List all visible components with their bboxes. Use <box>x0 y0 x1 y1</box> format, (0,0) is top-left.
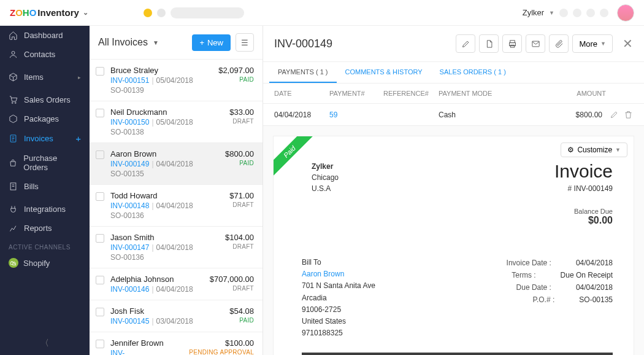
close-button[interactable]: ✕ <box>623 36 633 51</box>
topbar-dots <box>144 7 244 18</box>
invoice-date: 04/04/2018 <box>156 243 193 252</box>
customer-name: Bruce Straley <box>110 66 212 75</box>
invoice-link[interactable]: INV-000145 <box>110 317 149 326</box>
invoice-status: DRAFT <box>229 201 254 208</box>
meta-value: 04/04/2018 <box>576 259 613 267</box>
avatar[interactable] <box>617 4 634 21</box>
svg-rect-8 <box>532 41 539 47</box>
channel-label: Shopify <box>23 259 50 268</box>
list-title[interactable]: All Invoices <box>98 37 148 48</box>
app-logo[interactable]: ZOHO Inventory ⌄ <box>10 7 88 18</box>
status-dot <box>144 9 152 17</box>
addr-street: 701 N Santa Anita Ave <box>302 280 375 292</box>
customer-link[interactable]: Aaron Brown <box>302 268 375 280</box>
sidebar-item-purchase-orders[interactable]: Purchase Orders <box>0 149 90 177</box>
invoice-list-row[interactable]: Jason Smith INV-000147|04/04/2018 SO-001… <box>90 226 263 268</box>
placeholder-pill <box>171 7 244 18</box>
placeholder-circle <box>600 9 608 17</box>
sidebar-item-label: Items <box>24 72 44 82</box>
bag-icon <box>9 158 17 168</box>
org-switcher[interactable]: Zylker <box>523 8 544 17</box>
invoice-link[interactable]: INV-000151 <box>110 76 149 85</box>
payment-amount: $800.00 <box>543 111 602 119</box>
sidebar-item-invoices[interactable]: Invoices+ <box>0 128 90 149</box>
invoice-amount: $104.00 <box>225 233 254 242</box>
edit-button[interactable] <box>456 34 475 53</box>
pdf-button[interactable] <box>479 34 499 53</box>
print-button[interactable] <box>502 34 522 53</box>
invoice-list-row[interactable]: Neil Druckmann INV-000150|05/04/2018 SO-… <box>90 101 263 142</box>
invoice-list-row[interactable]: Josh Fisk INV-000145|03/04/2018 $54.08 P… <box>90 300 263 332</box>
add-invoice-icon[interactable]: + <box>75 133 81 144</box>
invoice-status: PENDING APPROVAL <box>189 349 254 355</box>
row-checkbox[interactable] <box>96 150 104 159</box>
receipt-icon <box>9 182 18 191</box>
addr-phone: 9710188325 <box>302 327 375 339</box>
email-button[interactable] <box>526 34 545 53</box>
collapse-sidebar[interactable]: 〈 <box>0 332 90 355</box>
customer-name: Josh Fisk <box>110 306 223 316</box>
invoice-list-panel: All Invoices ▼ +New ☰ Bruce Straley INV-… <box>90 26 263 355</box>
row-checkbox[interactable] <box>96 340 104 348</box>
invoice-list-row[interactable]: Adelphia Johnson INV-000146|04/04/2018 $… <box>90 268 263 300</box>
trash-icon[interactable] <box>624 110 633 119</box>
sidebar-item-bills[interactable]: Bills <box>0 177 90 196</box>
sidebar-item-integrations[interactable]: Integrations <box>0 200 90 219</box>
invoice-link[interactable]: INV-000149 <box>110 160 149 168</box>
placeholder-circle <box>586 9 595 17</box>
sidebar-item-contacts[interactable]: Contacts <box>0 45 90 64</box>
invoice-date: 04/04/2018 <box>156 201 193 210</box>
row-checkbox[interactable] <box>96 276 104 284</box>
invoice-amount: $707,000.00 <box>210 275 254 284</box>
invoice-link[interactable]: INV-000150 <box>110 118 149 127</box>
placeholder-circle <box>573 9 581 17</box>
invoice-link[interactable]: INV-000147 <box>110 243 149 252</box>
sidebar-item-packages[interactable]: Packages <box>0 109 90 128</box>
sidebar-item-label: Bills <box>24 182 39 191</box>
invoice-link[interactable]: INV-000144 <box>110 349 135 355</box>
invoice-list-row[interactable]: Aaron Brown INV-000149|04/04/2018 SO-001… <box>90 142 263 184</box>
sidebar-item-items[interactable]: Items▸ <box>0 68 90 87</box>
invoice-list-row[interactable]: Bruce Straley INV-000151|05/04/2018 SO-0… <box>90 59 263 101</box>
payment-row[interactable]: 04/04/2018 59 Cash $800.00 <box>263 104 644 126</box>
invoice-link[interactable]: INV-000146 <box>110 285 149 294</box>
sidebar-item-sales-orders[interactable]: Sales Orders <box>0 90 90 109</box>
invoice-link[interactable]: INV-000148 <box>110 201 149 210</box>
chevron-down-icon[interactable]: ⌄ <box>83 9 88 17</box>
attach-button[interactable] <box>549 34 569 53</box>
plug-icon <box>9 205 18 214</box>
pencil-icon[interactable] <box>610 110 619 119</box>
more-button[interactable]: More▼ <box>572 34 613 53</box>
user-icon <box>9 50 18 59</box>
customize-button[interactable]: ⚙Customize▼ <box>561 142 627 157</box>
list-menu-button[interactable]: ☰ <box>236 33 254 52</box>
row-checkbox[interactable] <box>96 192 104 201</box>
tab[interactable]: COMMENTS & HISTORY <box>337 62 431 83</box>
customer-name: Aaron Brown <box>110 149 219 158</box>
svg-rect-7 <box>510 45 514 47</box>
invoice-date: 04/04/2018 <box>156 285 193 294</box>
tab[interactable]: PAYMENTS ( 1 ) <box>269 62 337 83</box>
row-checkbox[interactable] <box>96 234 104 243</box>
topbar: ZOHO Inventory ⌄ Zylker ▼ <box>0 0 644 26</box>
invoice-list-row[interactable]: Todd Howard INV-000148|04/04/2018 SO-001… <box>90 184 263 226</box>
tab[interactable]: SALES ORDERS ( 1 ) <box>431 62 515 83</box>
home-icon <box>9 31 18 40</box>
payment-link[interactable]: 59 <box>329 111 383 119</box>
row-checkbox[interactable] <box>96 109 104 117</box>
invoice-amount: $71.00 <box>229 191 254 200</box>
gear-icon: ⚙ <box>567 146 574 154</box>
channel-shopify[interactable]: 🛍Shopify <box>0 254 90 271</box>
sidebar-item-dashboard[interactable]: Dashboard <box>0 26 90 45</box>
caret-down-icon: ▼ <box>153 39 159 46</box>
row-checkbox[interactable] <box>96 308 104 316</box>
new-invoice-button[interactable]: +New <box>192 34 231 51</box>
invoice-list-row[interactable]: Jennifer Brown INV-000144|31/03/2018 $10… <box>90 332 263 355</box>
row-checkbox[interactable] <box>96 67 104 76</box>
sidebar-item-reports[interactable]: Reports <box>0 219 90 238</box>
box-icon <box>9 72 18 82</box>
meta-value: 04/04/2018 <box>576 283 613 292</box>
sidebar-item-label: Purchase Orders <box>23 154 81 172</box>
invoice-status: PAID <box>218 76 254 83</box>
meta-key: Due Date : <box>496 283 551 292</box>
